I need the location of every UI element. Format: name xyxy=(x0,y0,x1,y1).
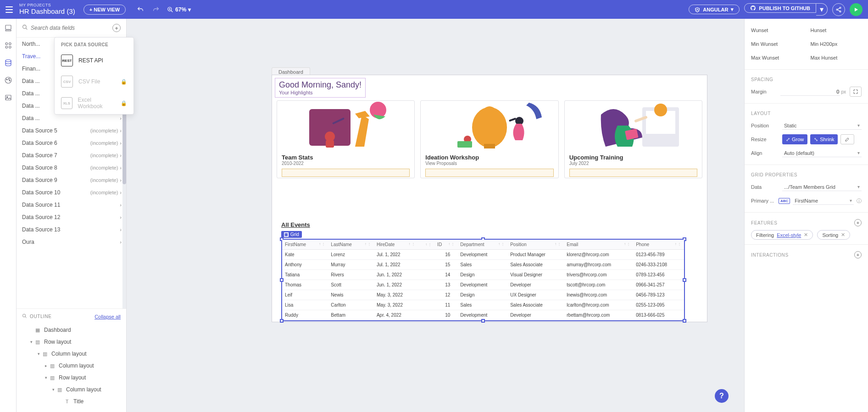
resize-handle[interactable] xyxy=(683,319,686,323)
grow-button[interactable]: ⤢ Grow xyxy=(782,134,807,144)
add-feature-button[interactable]: + xyxy=(854,219,862,226)
shrink-button[interactable]: ⤡ Shrink xyxy=(810,134,838,144)
resize-handle[interactable] xyxy=(683,278,686,282)
sort-icon[interactable]: ↑ ⋮ xyxy=(319,242,325,246)
sort-icon[interactable]: ↑ ⋮ xyxy=(448,242,455,246)
publish-github-button[interactable]: PUBLISH TO GITHUB xyxy=(744,3,816,13)
table-row[interactable]: LisaCarltonMay. 3, 202211SalesSales Asso… xyxy=(282,300,684,310)
primary-key-select[interactable]: FirstName▾ xyxy=(793,197,854,205)
card-action-bar[interactable] xyxy=(282,169,410,177)
rail-assets-icon[interactable] xyxy=(4,93,13,102)
table-row[interactable]: KateLorenzJul. 1, 202216DevelopmentProdu… xyxy=(282,250,684,260)
grid-column-header[interactable]: ↑ ⋮ xyxy=(418,240,434,250)
selection-badge[interactable]: ▦ Grid xyxy=(281,231,302,238)
add-datasource-button[interactable]: + xyxy=(112,24,121,32)
new-view-button[interactable]: + NEW VIEW xyxy=(83,5,126,15)
help-button[interactable]: ? xyxy=(715,389,729,403)
rail-data-icon[interactable] xyxy=(4,58,13,67)
minw-input[interactable]: unset xyxy=(765,41,778,47)
maxh-input[interactable]: unset xyxy=(825,55,837,60)
info-icon[interactable]: ⓘ xyxy=(857,198,862,204)
resize-handle[interactable] xyxy=(481,319,485,323)
grid-column-header[interactable]: Email↑ ⋮ xyxy=(564,240,633,250)
data-source-item[interactable]: Data Source 11› xyxy=(17,198,126,211)
data-source-item[interactable]: Data Source 12› xyxy=(17,211,126,223)
outline-node[interactable]: ▾▥Row layout xyxy=(17,372,126,384)
all-events-title[interactable]: All Events xyxy=(281,221,685,228)
sort-icon[interactable]: ↑ ⋮ xyxy=(498,242,505,246)
outline-node[interactable]: ▾▥Row layout xyxy=(17,336,126,348)
menu-button[interactable] xyxy=(4,4,15,15)
grid-component-selected[interactable]: FirstName↑ ⋮LastName↑ ⋮HireDate↑ ⋮↑ ⋮ID↑… xyxy=(281,239,685,321)
outline-node[interactable]: ▾▥Column layout xyxy=(17,348,126,360)
chip-filtering[interactable]: Filtering Excel-style ✕ xyxy=(751,230,813,240)
height-input[interactable]: unset xyxy=(814,27,826,33)
data-source-item[interactable]: Data Source 8(incomplete)› xyxy=(17,161,126,174)
minh-input[interactable]: 200 xyxy=(823,41,832,47)
grid-column-header[interactable]: LastName↑ ⋮ xyxy=(328,240,374,250)
add-interaction-button[interactable]: + xyxy=(854,251,862,258)
remove-chip-icon[interactable]: ✕ xyxy=(804,232,808,238)
rail-views-icon[interactable] xyxy=(4,23,13,33)
margin-input[interactable]: 0 xyxy=(780,88,840,96)
sort-icon[interactable]: ↑ ⋮ xyxy=(555,242,561,246)
data-select[interactable]: .../Team Members Grid▾ xyxy=(782,183,862,191)
margin-expand-button[interactable] xyxy=(850,87,862,97)
collapse-all-link[interactable]: Collapse all xyxy=(95,314,121,319)
picker-rest-api[interactable]: RESTREST API xyxy=(55,50,134,71)
grid-column-header[interactable]: ID↑ ⋮ xyxy=(434,240,457,250)
grid-column-header[interactable]: Department↑ ⋮ xyxy=(457,240,507,250)
outline-node[interactable]: ▾▥Column layout xyxy=(17,384,126,396)
data-source-item[interactable]: Data Source 13› xyxy=(17,223,126,236)
dashboard-card[interactable]: Upcoming TrainingJuly 2022 xyxy=(564,100,702,178)
sort-icon[interactable]: ↑ ⋮ xyxy=(675,242,681,246)
project-name[interactable]: HR Dashboard (3) xyxy=(19,8,75,16)
position-select[interactable]: Static▾ xyxy=(782,122,862,130)
sort-icon[interactable]: ↑ ⋮ xyxy=(425,242,432,247)
table-row[interactable]: LeifNewisMay. 3, 202212DesignUX Designer… xyxy=(282,290,684,300)
width-input[interactable]: unset xyxy=(756,27,768,33)
data-source-item[interactable]: Data Source 5(incomplete)› xyxy=(17,124,126,137)
card-action-bar[interactable] xyxy=(569,169,697,177)
data-source-item[interactable]: Data Source 9(incomplete)› xyxy=(17,174,126,186)
publish-dropdown[interactable]: ▾ xyxy=(816,3,828,16)
data-source-item[interactable]: Data Source 10(incomplete)› xyxy=(17,186,126,198)
grid-column-header[interactable]: Phone↑ ⋮ xyxy=(633,240,684,250)
dashboard-card[interactable]: Ideation WorkshopView Proposals xyxy=(420,100,558,178)
data-source-item[interactable]: Data Source 7(incomplete)› xyxy=(17,149,126,161)
preview-button[interactable] xyxy=(850,3,862,16)
greeting-box[interactable]: Good Morning, Sandy! Your Highlights xyxy=(275,78,366,98)
resize-handle[interactable] xyxy=(280,319,284,323)
search-input[interactable] xyxy=(31,25,112,31)
framework-selector[interactable]: ANGULAR ▾ xyxy=(689,5,740,14)
filtering-mode-link[interactable]: Excel-style xyxy=(777,232,801,238)
resize-edit-button[interactable] xyxy=(840,134,854,144)
grid-column-header[interactable]: FirstName↑ ⋮ xyxy=(282,240,328,250)
resize-handle[interactable] xyxy=(280,278,284,282)
outline-node[interactable]: ▸▥Column layout xyxy=(17,360,126,372)
table-row[interactable]: AnthonyMurrayJul. 1, 202215SalesSales As… xyxy=(282,260,684,270)
sort-icon[interactable]: ↑ ⋮ xyxy=(409,242,415,246)
redo-icon[interactable] xyxy=(151,5,161,14)
grid-column-header[interactable]: Position↑ ⋮ xyxy=(507,240,564,250)
table-row[interactable]: TatianaRiversJun. 1, 202214DesignVisual … xyxy=(282,270,684,280)
grid-column-header[interactable]: HireDate↑ ⋮ xyxy=(374,240,418,250)
align-select[interactable]: Auto (default)▾ xyxy=(782,149,862,157)
maxw-input[interactable]: unset xyxy=(767,55,779,60)
dashboard-card[interactable]: Team Stats2010-2022 xyxy=(277,100,415,178)
outline-node[interactable]: TTitle xyxy=(17,396,126,407)
table-row[interactable]: ThomasScottJun. 1, 202213DevelopmentDeve… xyxy=(282,280,684,290)
outline-node[interactable]: ▦Dashboard xyxy=(17,324,126,336)
remove-chip-icon[interactable]: ✕ xyxy=(841,232,845,238)
card-action-bar[interactable] xyxy=(425,169,553,177)
rail-theme-icon[interactable] xyxy=(4,76,13,85)
sort-icon[interactable]: ↑ ⋮ xyxy=(624,242,630,246)
zoom-control[interactable]: 67% ▾ xyxy=(167,6,191,13)
chip-sorting[interactable]: Sorting ✕ xyxy=(817,230,850,240)
share-button[interactable] xyxy=(832,3,845,16)
data-source-item[interactable]: Oura› xyxy=(17,236,126,248)
undo-icon[interactable] xyxy=(136,5,145,14)
sort-icon[interactable]: ↑ ⋮ xyxy=(365,242,371,246)
data-source-item[interactable]: Data Source 6(incomplete)› xyxy=(17,137,126,149)
rail-components-icon[interactable] xyxy=(4,41,13,50)
